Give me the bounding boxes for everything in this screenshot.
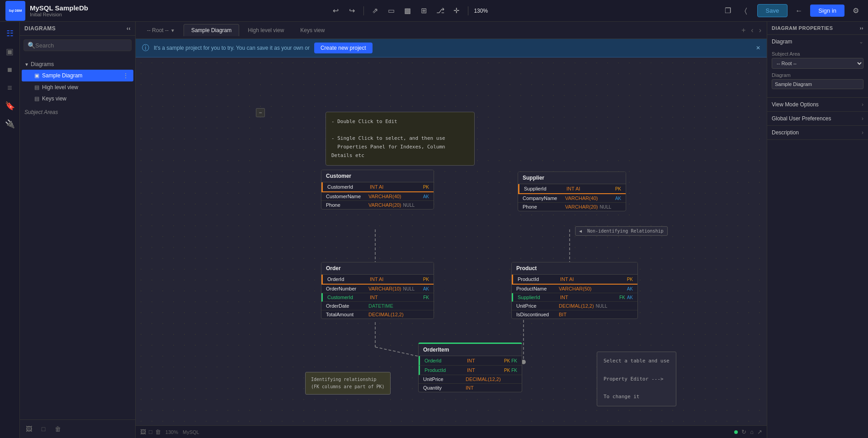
tab-dropdown-icon[interactable]: ▼	[170, 28, 175, 33]
rail-plug-icon[interactable]: 🔌	[2, 116, 18, 132]
info-icon: ⓘ	[142, 43, 149, 53]
col-badge-ak-p: AK	[627, 286, 633, 291]
signin-button[interactable]: Sign in	[810, 5, 844, 17]
multi-tool[interactable]: ✛	[450, 4, 463, 18]
col-attr-null-o: NULL	[403, 286, 415, 291]
connect-tool[interactable]: ⎇	[434, 4, 447, 18]
col-supplierid: SupplierId	[524, 186, 565, 191]
diagram-name-input[interactable]	[772, 79, 863, 89]
rect-tool[interactable]: ▭	[385, 4, 398, 18]
table-product-header: Product	[512, 262, 637, 275]
zoom-level: 130%	[165, 429, 178, 435]
status-right: ↻ ⌂ ↗	[734, 428, 762, 435]
search-icon: 🔍	[28, 42, 35, 49]
subject-area-field: Subject Area -- Root --	[772, 51, 863, 69]
description-link[interactable]: Description ›	[767, 126, 868, 140]
cursor-tool[interactable]: ⇗	[368, 4, 382, 18]
table-product[interactable]: Product ProductId INT AI PK ProductName …	[511, 262, 638, 319]
col-supplierid-p: SupplierId	[518, 295, 558, 300]
non-identifying-label: ◀ Non-identifying Relationship	[575, 226, 668, 236]
col-attr-null-p: NULL	[596, 304, 608, 309]
rail-table-icon[interactable]: ■	[2, 62, 18, 78]
back-icon[interactable]: ←	[792, 4, 806, 18]
undo-button[interactable]: ↩	[329, 4, 343, 18]
col-isdiscontinued: IsDiscontinued	[516, 312, 557, 317]
product-pk-row: ProductId INT AI PK	[512, 275, 637, 285]
diagram-section-label: Diagram	[772, 38, 792, 45]
tab-high-level[interactable]: High level view	[240, 24, 292, 36]
description-label: Description	[772, 129, 799, 136]
search-input[interactable]	[35, 42, 127, 49]
rail-diagram-icon[interactable]: ▣	[2, 43, 18, 60]
table-orderitem[interactable]: OrderItem OrderId INT PK FK ProductId IN…	[418, 343, 522, 392]
next-tab-button[interactable]: ›	[757, 24, 763, 36]
monitor-tool[interactable]: ▩	[401, 4, 415, 18]
status-refresh-icon[interactable]: ↻	[741, 428, 746, 435]
tab-keys-view[interactable]: Keys view	[292, 24, 332, 36]
create-project-button[interactable]: Create new project	[314, 43, 373, 53]
sidebar-collapse-button[interactable]: ‹‹	[127, 25, 131, 32]
share-icon[interactable]: 〈	[739, 4, 753, 18]
status-home-icon[interactable]: ⌂	[750, 428, 754, 435]
rail-list-icon[interactable]: ≡	[2, 80, 18, 96]
status-image-icon[interactable]: 🖼	[140, 428, 146, 435]
status-expand-icon[interactable]: ↗	[757, 428, 762, 435]
diagram-canvas[interactable]: - Double Click to Edit - Single Click to…	[136, 57, 767, 425]
prev-tab-button[interactable]: ‹	[749, 24, 755, 36]
sidebar-item-sample-diagram[interactable]: ▣ Sample Diagram ⋮	[22, 70, 133, 81]
orderitem-row-qty: Quantity INT	[419, 384, 522, 392]
group-arrow-icon: ▼	[24, 62, 29, 67]
toolbar-sep-1	[363, 6, 364, 15]
table-customer[interactable]: Customer CustomerId INT AI PK CustomerNa…	[321, 170, 434, 209]
table-supplier[interactable]: Supplier SupplierId INT AI PK CompanyNam…	[518, 171, 626, 211]
export-icon[interactable]: ❐	[721, 4, 735, 18]
sb-delete-icon[interactable]: 🗑	[52, 423, 64, 435]
diagrams-group-label: Diagrams	[31, 61, 54, 67]
svg-line-3	[375, 347, 418, 356]
col-phone: Phone	[326, 202, 367, 208]
redo-button[interactable]: ↪	[345, 4, 359, 18]
col-type-varchar20: VARCHAR(20)	[368, 202, 401, 208]
sb-view-icon[interactable]: □	[37, 423, 50, 435]
tab-root[interactable]: -- Root -- ▼	[139, 24, 183, 36]
status-view-icon[interactable]: □	[149, 428, 152, 435]
save-button[interactable]: Save	[757, 4, 788, 17]
order-row-total: TotalAmount DECIMAL(12,2)	[321, 310, 434, 319]
table-order[interactable]: Order OrderId INT AI PK OrderNumber VARC…	[321, 262, 434, 319]
rail-bookmark-icon[interactable]: 🔖	[2, 98, 18, 114]
view-mode-options-link[interactable]: View Mode Options ›	[767, 98, 868, 112]
global-user-prefs-link[interactable]: Global User Preferences ›	[767, 112, 868, 126]
col-badge-fk-oi2: FK	[511, 368, 517, 373]
add-tab-button[interactable]: +	[740, 24, 747, 36]
canvas-collapse-button[interactable]: −	[256, 108, 265, 117]
rail-home-icon[interactable]: ☷	[2, 25, 18, 42]
right-panel-expand-icon[interactable]: ››	[860, 25, 863, 31]
sb-image-icon[interactable]: 🖼	[23, 423, 35, 435]
col-orderid-oi: OrderId	[425, 358, 465, 363]
sidebar-header: DIAGRAMS ‹‹	[20, 22, 135, 36]
col-badge-fk-oi1: FK	[511, 358, 517, 363]
diagram-section-header[interactable]: Diagram ⌄	[767, 35, 868, 48]
item-options-icon[interactable]: ⋮	[123, 72, 129, 79]
subject-area-select[interactable]: -- Root --	[772, 58, 863, 69]
col-badge-pk-p: PK	[627, 277, 633, 282]
col-type-decimal-oi: DECIMAL(12,2)	[466, 376, 501, 382]
collapse-icon[interactable]: −	[256, 108, 265, 117]
col-productid: ProductId	[518, 276, 558, 282]
status-delete-icon[interactable]: 🗑	[155, 428, 161, 435]
order-row-customerid: CustomerId INT FK	[321, 293, 434, 302]
grid-tool[interactable]: ⊞	[417, 4, 431, 18]
note-arrow-icon: ◀	[579, 229, 582, 233]
identify-text-2: (FK columns are part of PK)	[311, 383, 385, 390]
settings-icon[interactable]: ⚙	[849, 4, 863, 18]
select-text-3: Property Editor --->	[604, 375, 670, 384]
sidebar-item-high-level[interactable]: ▤ High level view	[22, 82, 133, 93]
col-attr-null-s: NULL	[600, 205, 612, 209]
diagrams-group: ▼ Diagrams ▣ Sample Diagram ⋮ ▤ High lev…	[20, 57, 135, 106]
sidebar-item-keys-view[interactable]: ▤ Keys view	[22, 93, 133, 104]
diagrams-group-header[interactable]: ▼ Diagrams	[20, 59, 135, 69]
tab-sample-diagram[interactable]: Sample Diagram	[184, 24, 239, 36]
col-type-int-ai: INT AI	[370, 184, 383, 190]
banner-close-button[interactable]: ✕	[756, 45, 760, 51]
note-line-2	[331, 126, 469, 135]
